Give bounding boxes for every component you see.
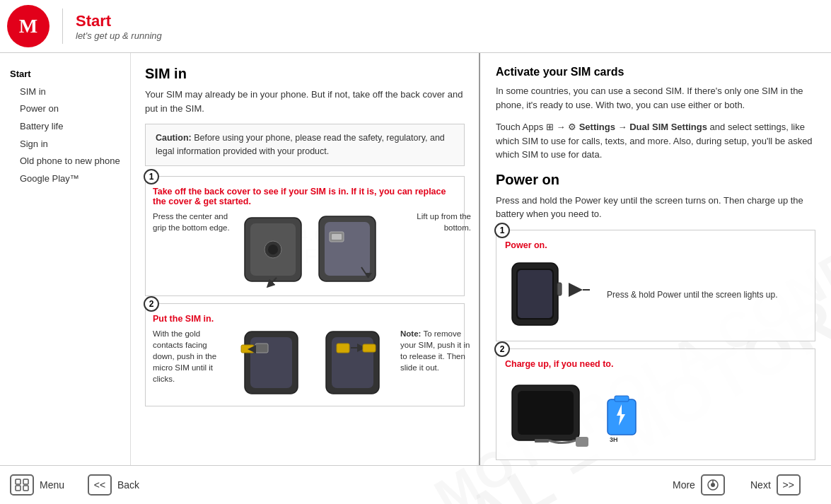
left-panel: SIM in Your SIM may already be in your p…: [131, 53, 480, 465]
right-step2-title: Charge up, if you need to.: [505, 359, 806, 369]
step1-text-right: Lift up from the bottom.: [393, 211, 471, 233]
back-label: Back: [117, 479, 139, 491]
sim-insert-diagram: [238, 328, 393, 399]
svg-rect-5: [325, 222, 370, 276]
step2-content: With the gold contacts facing down, push…: [153, 328, 457, 399]
right-step1-number: 1: [494, 223, 510, 238]
svg-rect-31: [16, 479, 21, 484]
phone-back-diagram: [238, 211, 386, 288]
content-area: SIM in Your SIM may already be in your p…: [131, 53, 831, 465]
sidebar-item-battery-life[interactable]: Battery life: [10, 118, 120, 136]
right-panel: Activate your SIM cards In some countrie…: [480, 53, 831, 465]
power-title: Power on: [496, 172, 815, 188]
step2-text-main: With the gold contacts facing down, push…: [153, 328, 231, 385]
main-layout: Start SIM in Power on Battery life Sign …: [0, 53, 831, 465]
bottom-toolbar: Menu << Back More Next >>: [0, 465, 831, 504]
right-step1-box: 1 Power on.: [496, 230, 815, 341]
next-label: Next: [750, 479, 771, 491]
step1-content: Press the center and grip the bottom edg…: [153, 211, 457, 288]
caution-label: Caution:: [156, 133, 192, 143]
activate-detail: Touch Apps ⊞ → ⚙ Settings → Dual SIM Set…: [496, 120, 815, 162]
right-step1-text: Press & hold Power until the screen ligh…: [607, 288, 777, 301]
right-step1-content: Press & hold Power until the screen ligh…: [505, 256, 806, 334]
svg-rect-20: [557, 283, 562, 295]
right-step2-box: 2 Charge up, if you need to.: [496, 348, 815, 460]
svg-rect-24: [518, 391, 574, 435]
sidebar-item-sign-in[interactable]: Sign in: [10, 136, 120, 153]
charge-diagram: 3H: [505, 375, 646, 452]
page-title: Start: [76, 12, 162, 30]
svg-rect-28: [615, 396, 629, 402]
step1-image: [238, 211, 386, 288]
step1-title: Take off the back cover to see if your S…: [153, 187, 457, 206]
caution-box: Caution: Before using your phone, please…: [145, 124, 465, 166]
next-icon: >>: [777, 474, 801, 496]
svg-rect-16: [363, 344, 376, 352]
svg-rect-34: [23, 486, 28, 491]
svg-rect-11: [255, 344, 268, 353]
toolbar-right: More Next >>: [673, 474, 821, 496]
logo-letter: M: [19, 15, 37, 37]
svg-point-36: [711, 483, 715, 487]
power-on-diagram: [505, 256, 597, 334]
sidebar: Start SIM in Power on Battery life Sign …: [0, 53, 131, 465]
step2-number: 2: [144, 296, 159, 312]
header: M Start let's get up & running: [0, 0, 831, 53]
motorola-logo: M: [7, 5, 50, 47]
svg-point-3: [268, 245, 278, 254]
sim-in-title: SIM in: [145, 66, 465, 82]
right-step1-image: [505, 256, 597, 334]
power-body: Press and hold the Power key until the s…: [496, 194, 815, 221]
activate-title: Activate your SIM cards: [496, 66, 815, 78]
svg-rect-25: [535, 439, 549, 443]
more-button[interactable]: More: [673, 474, 743, 496]
back-icon: <<: [88, 474, 112, 496]
right-step1-title: Power on.: [505, 240, 806, 250]
header-divider: [62, 8, 63, 44]
caution-text: Before using your phone, please read the…: [156, 133, 445, 156]
svg-marker-21: [569, 283, 583, 297]
step2-box: 2 Put the SIM in. With the gold contacts…: [145, 303, 465, 406]
sidebar-item-sim-in[interactable]: SIM in: [10, 83, 120, 101]
sidebar-item-power-on[interactable]: Power on: [10, 100, 120, 118]
right-step2-number: 2: [494, 341, 510, 357]
sim-in-body: Your SIM may already be in your phone. B…: [145, 88, 465, 115]
svg-rect-33: [16, 486, 21, 491]
step1-box: 1 Take off the back cover to see if your…: [145, 176, 465, 296]
page-subtitle: let's get up & running: [76, 30, 162, 41]
more-label: More: [673, 479, 695, 491]
step2-main-text: With the gold contacts facing down, push…: [153, 329, 216, 383]
activate-body: In some countries, you can use a second …: [496, 84, 815, 112]
back-button[interactable]: << Back: [88, 474, 158, 496]
step1-number: 1: [144, 169, 159, 184]
svg-text:3H: 3H: [610, 436, 618, 443]
svg-rect-7: [332, 234, 342, 240]
sidebar-item-google-play[interactable]: Google Play™: [10, 170, 120, 188]
right-step2-image: 3H: [505, 375, 646, 452]
menu-icon: [10, 474, 34, 496]
step2-image: [238, 328, 393, 399]
svg-rect-26: [576, 437, 588, 447]
sim-diagram: 1 Take off the back cover to see if your…: [145, 176, 465, 406]
header-text: Start let's get up & running: [76, 12, 162, 41]
more-circle-icon: [707, 479, 719, 491]
step1-text-left: Press the center and grip the bottom edg…: [153, 211, 231, 233]
next-button[interactable]: Next >>: [750, 474, 821, 496]
sidebar-item-old-phone[interactable]: Old phone to new phone: [10, 153, 120, 170]
menu-label: Menu: [40, 479, 64, 491]
right-step2-content: 3H: [505, 375, 806, 452]
more-icon: [701, 474, 725, 496]
note-label: Note:: [400, 329, 421, 338]
menu-button[interactable]: Menu: [10, 474, 81, 496]
svg-rect-32: [23, 479, 28, 484]
step2-note: Note: To remove your SIM, push it in to …: [400, 328, 478, 373]
sidebar-item-start[interactable]: Start: [10, 66, 120, 83]
svg-rect-15: [337, 344, 349, 353]
menu-grid-icon: [15, 479, 29, 491]
svg-rect-19: [518, 270, 552, 318]
step2-title: Put the SIM in.: [153, 314, 457, 324]
